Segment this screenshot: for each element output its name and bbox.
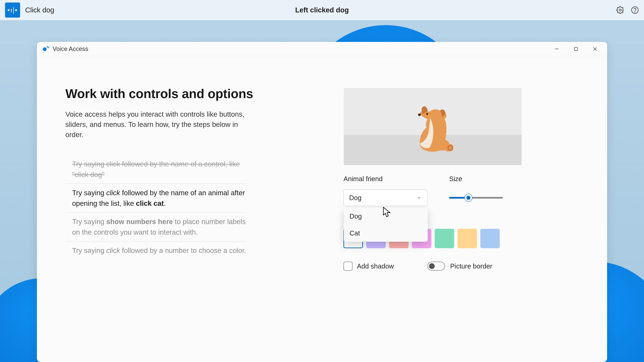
svg-rect-5 — [574, 47, 578, 51]
svg-point-0 — [619, 9, 621, 11]
demo-card: Animal friend Dog Dog Cat — [336, 88, 530, 362]
animal-select[interactable]: Dog Dog Cat — [344, 189, 427, 206]
step-4: Try saying click followed by a number to… — [66, 242, 246, 259]
dog-illustration — [408, 100, 458, 153]
page-heading: Work with controls and options — [66, 86, 263, 101]
chevron-down-icon — [416, 195, 422, 200]
maximize-button[interactable] — [572, 45, 580, 53]
animal-preview — [344, 88, 522, 165]
close-button[interactable] — [591, 45, 599, 53]
gear-icon[interactable] — [616, 6, 624, 14]
color-swatch-4[interactable] — [435, 229, 454, 248]
voice-access-bar: •ı|• Click dog Left clicked dog — [0, 0, 644, 20]
step-1: Try saying click followed by the name of… — [66, 155, 246, 184]
page-description: Voice access helps you interact with con… — [66, 109, 253, 140]
window-titlebar: Voice Access — [37, 42, 607, 56]
window-title: Voice Access — [53, 45, 88, 52]
svg-point-8 — [426, 113, 428, 115]
steps-list: Try saying click followed by the name of… — [66, 155, 246, 259]
voice-status-text: Left clicked dog — [295, 6, 349, 14]
picture-border-toggle[interactable] — [427, 262, 445, 271]
color-swatch-6[interactable] — [480, 229, 500, 248]
animal-dropdown: Dog Cat — [344, 208, 428, 242]
slider-thumb[interactable] — [465, 194, 472, 201]
step-2: Try saying click followed by the name of… — [66, 184, 246, 213]
animal-select-value: Dog — [349, 194, 362, 202]
mic-icon[interactable]: •ı|• — [5, 2, 20, 17]
voice-access-window: Voice Access Work with controls and opti… — [37, 42, 607, 362]
step-3: Try saying show numbers here to place nu… — [66, 213, 246, 242]
svg-point-3 — [43, 47, 46, 51]
minimize-button[interactable] — [553, 45, 560, 53]
animal-option-cat[interactable]: Cat — [344, 225, 428, 242]
help-icon[interactable] — [631, 6, 639, 14]
color-swatch-5[interactable] — [458, 229, 477, 248]
animal-option-dog[interactable]: Dog — [344, 208, 428, 225]
picture-border-label: Picture border — [450, 263, 492, 270]
add-shadow-label: Add shadow — [357, 263, 394, 270]
size-slider[interactable] — [449, 189, 503, 206]
add-shadow-checkbox[interactable] — [344, 262, 352, 271]
voice-command-text: Click dog — [25, 6, 54, 14]
toggle-knob — [429, 263, 435, 269]
svg-point-2 — [635, 12, 635, 12]
animal-label: Animal friend — [344, 175, 427, 183]
voice-access-app-icon — [42, 45, 49, 53]
size-label: Size — [449, 175, 522, 183]
